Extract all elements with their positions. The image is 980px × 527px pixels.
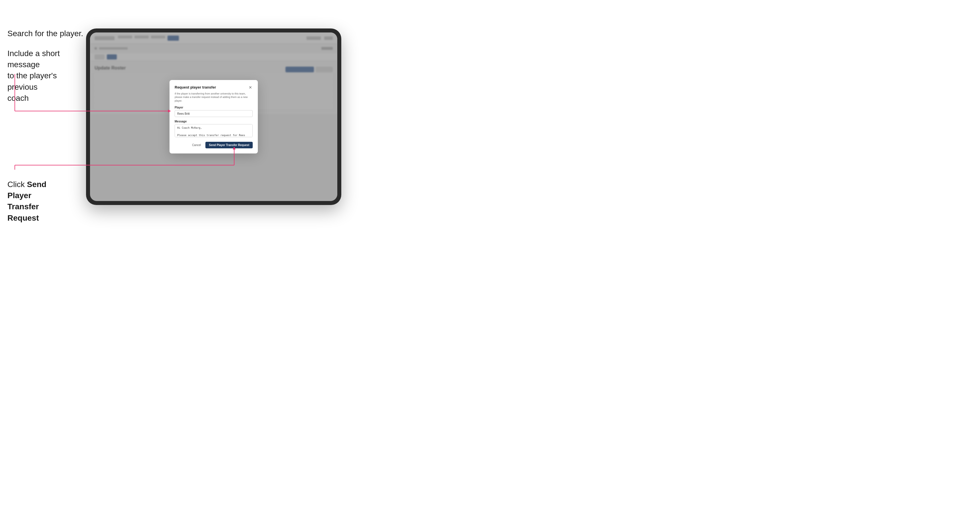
message-textarea[interactable]: Hi Coach McHarg, Please accept this tran…	[175, 124, 253, 137]
player-input[interactable]	[175, 110, 253, 117]
tablet-frame: Update Roster Request player transfer	[86, 29, 341, 205]
cancel-button[interactable]: Cancel	[190, 142, 203, 148]
annotation-click: Click Send Player Transfer Request	[7, 179, 70, 224]
modal-description: If the player is transferring from anoth…	[175, 92, 253, 103]
modal-footer: Cancel Send Player Transfer Request	[175, 142, 253, 148]
modal-title: Request player transfer	[175, 85, 216, 89]
message-label: Message	[175, 120, 253, 123]
tablet-screen: Update Roster Request player transfer	[90, 32, 337, 201]
modal-dialog: Request player transfer ✕ If the player …	[170, 80, 258, 154]
modal-overlay: Request player transfer ✕ If the player …	[90, 32, 337, 201]
player-label: Player	[175, 106, 253, 109]
annotation-search: Search for the player.	[7, 28, 83, 39]
annotation-message: Include a short message to the player's …	[7, 48, 81, 104]
modal-header: Request player transfer ✕	[175, 85, 253, 90]
send-transfer-request-button[interactable]: Send Player Transfer Request	[205, 142, 253, 148]
close-icon[interactable]: ✕	[248, 85, 253, 90]
